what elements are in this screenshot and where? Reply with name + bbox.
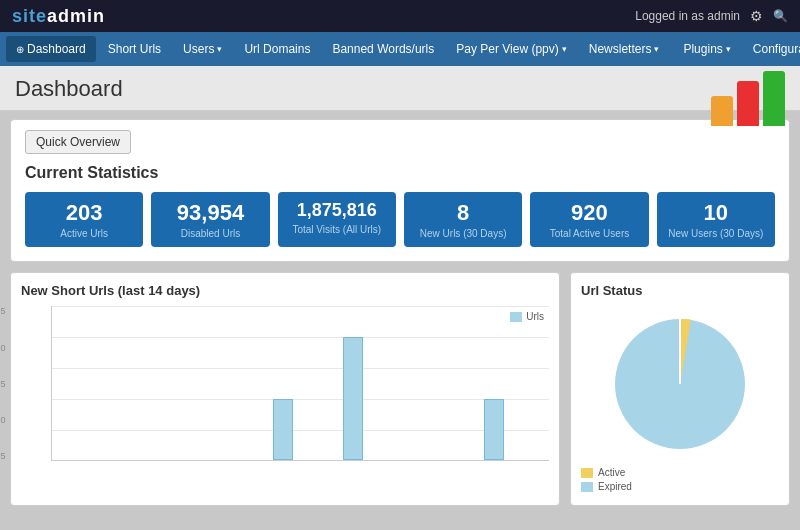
bar-12 bbox=[484, 399, 504, 461]
quick-overview-button[interactable]: Quick Overview bbox=[25, 130, 131, 154]
bars-container bbox=[52, 306, 549, 460]
stat-disabled-urls-label: Disabled Urls bbox=[161, 228, 259, 239]
stat-total-visits[interactable]: 1,875,816 Total Visits (All Urls) bbox=[278, 192, 396, 247]
newsletters-arrow: ▾ bbox=[654, 44, 659, 54]
stat-total-active-users-value: 920 bbox=[540, 200, 638, 226]
page-header: Dashboard bbox=[0, 66, 800, 111]
nav-item-plugins[interactable]: Plugins ▾ bbox=[673, 36, 740, 62]
pie-area bbox=[581, 306, 779, 461]
stat-active-urls-label: Active Urls bbox=[35, 228, 133, 239]
logo-site: site bbox=[12, 6, 47, 26]
plugins-arrow: ▾ bbox=[726, 44, 731, 54]
pie-chart-title: Url Status bbox=[581, 283, 779, 298]
stat-active-urls[interactable]: 203 Active Urls bbox=[25, 192, 143, 247]
deco-bar-1 bbox=[711, 96, 733, 126]
current-stats-title: Current Statistics bbox=[25, 164, 775, 182]
bar-group-7 bbox=[303, 306, 333, 460]
chart-decoration bbox=[711, 71, 785, 126]
page-title: Dashboard bbox=[15, 76, 785, 102]
header-right: Logged in as admin ⚙ 🔍 bbox=[635, 8, 788, 24]
nav-bar: ⊕ Dashboard Short Urls Users ▾ Url Domai… bbox=[0, 32, 800, 66]
bar-group-9 bbox=[373, 306, 403, 460]
pie-svg bbox=[600, 309, 760, 459]
logo-admin: admin bbox=[47, 6, 105, 26]
bar-group-6 bbox=[268, 306, 298, 460]
stat-new-urls-value: 8 bbox=[414, 200, 512, 226]
stat-active-urls-value: 203 bbox=[35, 200, 133, 226]
bar-group-1 bbox=[92, 306, 122, 460]
nav-item-pay-per-view[interactable]: Pay Per View (ppv) ▾ bbox=[446, 36, 577, 62]
legend-item-active: Active bbox=[581, 467, 779, 478]
legend-item-expired: Expired bbox=[581, 481, 779, 492]
search-icon[interactable]: 🔍 bbox=[773, 9, 788, 23]
deco-bar-3 bbox=[763, 71, 785, 126]
gear-icon[interactable]: ⚙ bbox=[750, 8, 763, 24]
stat-new-users-value: 10 bbox=[667, 200, 765, 226]
bar-group-4 bbox=[198, 306, 228, 460]
nav-item-newsletters[interactable]: Newsletters ▾ bbox=[579, 36, 670, 62]
stat-total-active-users[interactable]: 920 Total Active Users bbox=[530, 192, 648, 247]
logo: siteadmin bbox=[12, 6, 105, 27]
nav-item-users[interactable]: Users ▾ bbox=[173, 36, 232, 62]
stat-new-users[interactable]: 10 New Users (30 Days) bbox=[657, 192, 775, 247]
bar-group-13 bbox=[514, 306, 544, 460]
bar-chart-area: Urls bbox=[51, 306, 549, 461]
bar-group-5 bbox=[233, 306, 263, 460]
nav-item-configuration[interactable]: Configuration ▾ bbox=[743, 36, 800, 62]
pie-chart-card: Url Status Active bbox=[570, 272, 790, 506]
bar-group-11 bbox=[444, 306, 474, 460]
bar-chart-title: New Short Urls (last 14 days) bbox=[21, 283, 549, 298]
main-content: Quick Overview Current Statistics 203 Ac… bbox=[0, 111, 800, 514]
stat-disabled-urls[interactable]: 93,954 Disabled Urls bbox=[151, 192, 269, 247]
bar-group-8 bbox=[338, 306, 368, 460]
stat-new-urls-label: New Urls (30 Days) bbox=[414, 228, 512, 239]
legend-label-expired: Expired bbox=[598, 481, 632, 492]
bar-group-0 bbox=[57, 306, 87, 460]
logged-in-text: Logged in as admin bbox=[635, 9, 740, 23]
users-arrow: ▾ bbox=[217, 44, 222, 54]
bar-chart-card: New Short Urls (last 14 days) 2.5 2.0 1.… bbox=[10, 272, 560, 506]
deco-bar-2 bbox=[737, 81, 759, 126]
nav-item-dashboard[interactable]: ⊕ Dashboard bbox=[6, 36, 96, 62]
stats-grid: 203 Active Urls 93,954 Disabled Urls 1,8… bbox=[25, 192, 775, 247]
stat-disabled-urls-value: 93,954 bbox=[161, 200, 259, 226]
y-axis-labels: 2.5 2.0 1.5 1.0 0.5 bbox=[0, 306, 6, 461]
pie-legend: Active Expired bbox=[581, 467, 779, 492]
legend-label-active: Active bbox=[598, 467, 625, 478]
overview-card: Quick Overview Current Statistics 203 Ac… bbox=[10, 119, 790, 262]
stat-new-urls[interactable]: 8 New Urls (30 Days) bbox=[404, 192, 522, 247]
stat-new-users-label: New Users (30 Days) bbox=[667, 228, 765, 239]
legend-swatch-active bbox=[581, 468, 593, 478]
nav-item-short-urls[interactable]: Short Urls bbox=[98, 36, 171, 62]
stat-total-visits-value: 1,875,816 bbox=[288, 200, 386, 222]
stat-total-active-users-label: Total Active Users bbox=[540, 228, 638, 239]
bar-6 bbox=[273, 399, 293, 461]
stat-total-visits-label: Total Visits (All Urls) bbox=[288, 224, 386, 235]
header: siteadmin Logged in as admin ⚙ 🔍 bbox=[0, 0, 800, 32]
bar-group-12 bbox=[479, 306, 509, 460]
bar-8 bbox=[343, 337, 363, 460]
bar-group-10 bbox=[408, 306, 438, 460]
bar-group-3 bbox=[162, 306, 192, 460]
bottom-section: New Short Urls (last 14 days) 2.5 2.0 1.… bbox=[10, 272, 790, 506]
nav-item-banned-words[interactable]: Banned Words/urls bbox=[322, 36, 444, 62]
ppv-arrow: ▾ bbox=[562, 44, 567, 54]
legend-swatch-expired bbox=[581, 482, 593, 492]
bar-group-2 bbox=[127, 306, 157, 460]
nav-item-url-domains[interactable]: Url Domains bbox=[234, 36, 320, 62]
